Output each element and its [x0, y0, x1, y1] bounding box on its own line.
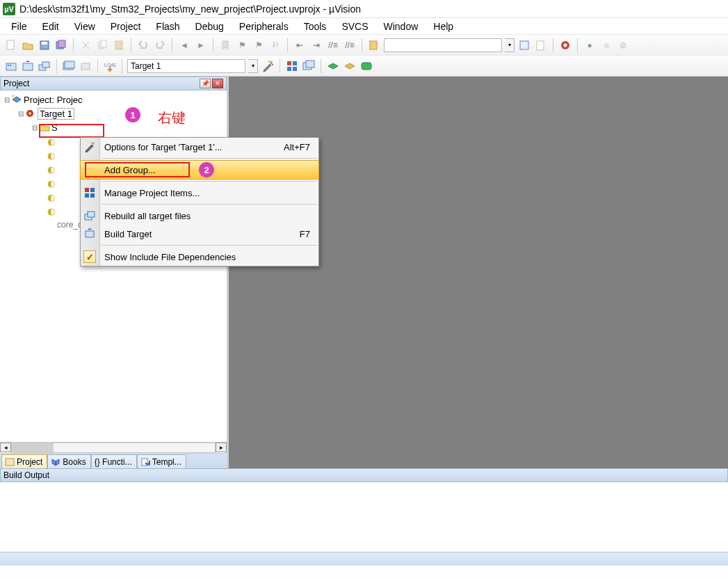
manage-project-items-icon[interactable]: [285, 59, 299, 73]
menu-window[interactable]: Window: [377, 19, 426, 33]
stop-build-icon[interactable]: [79, 59, 92, 73]
rebuild-icon[interactable]: [38, 59, 51, 73]
save-all-icon[interactable]: [54, 38, 68, 52]
ctx-build-target[interactable]: Build Target F7: [81, 225, 318, 243]
toolbar-separator: [287, 38, 288, 52]
tab-books[interactable]: Books: [47, 454, 90, 468]
svg-rect-31: [306, 61, 314, 67]
save-icon[interactable]: [38, 38, 51, 52]
find-next-icon[interactable]: [517, 38, 531, 52]
tab-templates[interactable]: Templ...: [137, 454, 186, 468]
download-icon[interactable]: LOAD: [103, 59, 117, 73]
paste-icon[interactable]: [112, 38, 126, 52]
context-menu-separator: [102, 204, 317, 205]
svg-rect-42: [90, 188, 95, 192]
ctx-rebuild[interactable]: Rebuild all target files: [81, 207, 318, 225]
expand-icon[interactable]: ⊟: [3, 96, 11, 104]
breakpoint-kill-icon[interactable]: ⊘: [616, 38, 630, 52]
menu-debug[interactable]: Debug: [188, 19, 231, 33]
toolbar-separator: [577, 38, 578, 52]
tab-project[interactable]: Project: [1, 454, 47, 468]
templates-tab-icon: [140, 458, 150, 466]
pane-pin-icon[interactable]: 📌: [200, 79, 211, 88]
manage-rte-icon[interactable]: [343, 59, 357, 73]
ctx-show-include-deps[interactable]: ✓ Show Include File Dependencies: [81, 248, 318, 266]
menu-flash[interactable]: Flash: [149, 19, 186, 33]
ctx-manage-project-items[interactable]: Manage Project Items...: [81, 184, 318, 202]
toolbar-separator: [321, 59, 321, 73]
batch-build-icon[interactable]: [62, 59, 76, 73]
translate-icon[interactable]: [4, 59, 18, 73]
scrollbar-track[interactable]: [11, 443, 216, 453]
search-dropdown-icon[interactable]: ▾: [505, 38, 515, 52]
find-in-files-icon[interactable]: [367, 38, 381, 52]
toolbar-separator: [280, 59, 280, 73]
search-input[interactable]: [384, 38, 502, 52]
target-select[interactable]: Target 1: [127, 59, 245, 73]
project-tab-icon: [5, 458, 15, 466]
incremental-find-icon[interactable]: [534, 38, 548, 52]
svg-point-35: [29, 112, 31, 115]
project-pane: Project 📌 ✕ ⊟ Project: Projec ⊟ Target 1…: [0, 77, 229, 468]
menu-peripherals[interactable]: Peripherals: [232, 19, 296, 33]
comment-icon[interactable]: //≡: [326, 38, 340, 52]
target-label[interactable]: Target 1: [38, 108, 74, 120]
indent-right-icon[interactable]: ⇥: [309, 38, 323, 52]
build-output-body[interactable]: [0, 482, 728, 552]
manage-multi-project-icon[interactable]: [302, 59, 316, 73]
menu-edit[interactable]: Edit: [35, 19, 66, 33]
uncomment-icon[interactable]: //≡: [343, 38, 357, 52]
expand-icon[interactable]: ⊟: [31, 124, 39, 132]
breakpoint-disable-icon[interactable]: ○: [599, 38, 613, 52]
options-icon[interactable]: [261, 59, 275, 73]
svg-rect-40: [85, 188, 89, 192]
ctx-build-shortcut: F7: [300, 229, 310, 239]
nav-forward-icon[interactable]: ►: [194, 38, 208, 52]
scroll-left-icon[interactable]: ◂: [0, 443, 11, 452]
menu-file[interactable]: File: [4, 19, 34, 33]
toolbar-separator: [362, 38, 362, 52]
svg-rect-29: [293, 67, 297, 71]
bookmark-toggle-icon[interactable]: [218, 38, 232, 52]
scrollbar-thumb[interactable]: [12, 443, 54, 452]
pack-installer-icon[interactable]: [326, 59, 340, 73]
bookmark-next-icon[interactable]: ⚑: [252, 38, 266, 52]
status-bar: [0, 552, 728, 566]
breakpoint-icon[interactable]: ●: [583, 38, 597, 52]
annotation-rightclick-text: 右键: [158, 109, 186, 127]
file-icon-hidden: ◐: [45, 206, 57, 216]
open-file-icon[interactable]: [21, 38, 35, 52]
menu-tools[interactable]: Tools: [297, 19, 334, 33]
bookmark-clear-icon[interactable]: ⚐: [268, 38, 282, 52]
svg-rect-7: [115, 41, 122, 49]
scroll-right-icon[interactable]: ▸: [216, 443, 227, 452]
cut-icon[interactable]: [79, 38, 92, 52]
ctx-options-shortcut: Alt+F7: [284, 142, 310, 152]
ctx-options-target[interactable]: Options for Target 'Target 1'... Alt+F7: [81, 138, 318, 156]
svg-point-33: [12, 95, 15, 97]
target-select-dropdown-icon[interactable]: ▾: [248, 59, 258, 73]
bookmark-prev-icon[interactable]: ⚑: [235, 38, 249, 52]
copy-icon[interactable]: [95, 38, 109, 52]
menu-svcs[interactable]: SVCS: [334, 19, 375, 33]
svg-rect-14: [8, 65, 9, 66]
menu-help[interactable]: Help: [426, 19, 460, 33]
svg-text:LOAD: LOAD: [104, 63, 116, 67]
debug-icon[interactable]: [558, 38, 572, 52]
indent-left-icon[interactable]: ⇤: [293, 38, 307, 52]
menu-project[interactable]: Project: [104, 19, 148, 33]
build-icon[interactable]: [21, 59, 35, 73]
pane-close-icon[interactable]: ✕: [212, 79, 223, 88]
expand-icon[interactable]: ⊟: [17, 110, 25, 118]
new-file-icon[interactable]: [4, 38, 18, 52]
redo-icon[interactable]: [153, 38, 167, 52]
undo-icon[interactable]: [136, 38, 150, 52]
project-root-label[interactable]: Project: Projec: [24, 95, 83, 105]
horizontal-scrollbar[interactable]: ◂ ▸: [0, 442, 227, 453]
select-packs-icon[interactable]: [359, 59, 373, 73]
project-pane-tabs: Project Books {} Functi... Templ...: [0, 453, 227, 468]
titlebar: µV D:\desk\stm32f1\my_Stm32_Projects\my_…: [0, 0, 728, 18]
tab-functions[interactable]: {} Functi...: [91, 454, 137, 468]
menu-view[interactable]: View: [67, 19, 102, 33]
nav-back-icon[interactable]: ◄: [177, 38, 191, 52]
